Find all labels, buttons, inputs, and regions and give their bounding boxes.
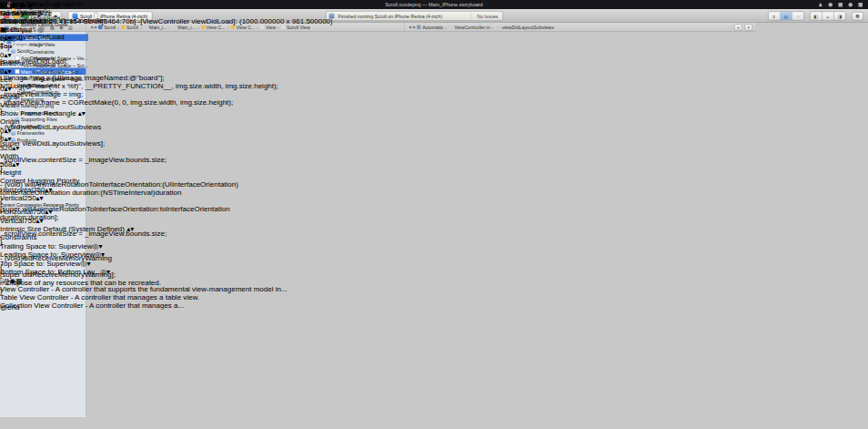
library-item-view-controller[interactable]: View Controller - A controller that supp…: [0, 285, 288, 293]
stepper-icon[interactable]: ▴▾: [12, 160, 19, 169]
stepper-icon[interactable]: ▴▾: [4, 127, 11, 135]
continue-icon[interactable]: ▶: [21, 0, 26, 9]
constraint-edit-button[interactable]: ◎▾: [100, 268, 110, 276]
vertical-priority-field[interactable]: 250▴▾: [24, 194, 43, 202]
show-dropdown[interactable]: Frame Rectangle ▴▾: [20, 109, 86, 117]
menubar-status-icon[interactable]: [859, 3, 863, 7]
stepper-icon[interactable]: ▴▾: [36, 194, 44, 202]
organizer-button[interactable]: ▦: [852, 12, 863, 21]
toggle-debug-area-icon[interactable]: ◒: [823, 12, 834, 20]
back-button[interactable]: ◀: [409, 26, 411, 30]
constraint-row[interactable]: Top Space to: Superview◎▾: [0, 259, 288, 268]
constraint-row[interactable]: Bottom Space to: Bottom Lay...◎▾: [0, 268, 288, 277]
intrinsic-size-dropdown[interactable]: Default (System Defined) ▴▾: [44, 225, 135, 233]
section-title: Content Hugging Priority: [0, 177, 288, 185]
origin-label: Origin: [0, 117, 288, 126]
library-item-title: Collection View Controller: [0, 301, 83, 310]
chevron-down-icon: ▾: [106, 268, 110, 276]
jumpbar-item-viewdidlayoutsubviews[interactable]: -viewDidLayoutSubviews: [495, 25, 553, 30]
activity-viewer: Finished running Scroll on iPhone Retina…: [326, 11, 503, 21]
standard-editor-icon[interactable]: ≡: [769, 12, 781, 20]
console-filter-popup[interactable]: All Output ▾: [0, 26, 37, 34]
stepper-icon[interactable]: ▴▾: [4, 67, 11, 76]
size-inspector: Scroll View Size Scroll Indicators Inset…: [0, 9, 288, 277]
inset-top-field[interactable]: 0▴▾: [0, 34, 288, 43]
section-title: View: [0, 101, 288, 109]
step-out-icon[interactable]: ↑: [46, 0, 50, 9]
frame-fields: 0▴▾0▴▾320▴▾Width568▴▾Height: [0, 126, 288, 177]
constraint-label: Bottom Space to: Bottom Lay...: [0, 268, 100, 276]
object-library-list: View Controller - A controller that supp…: [0, 285, 288, 310]
height-field[interactable]: 568▴▾: [0, 160, 288, 169]
toggle-navigator-icon[interactable]: ◧: [811, 12, 823, 20]
dropdown-arrows-icon: ▴▾: [126, 225, 134, 233]
utilities-panel: □?▣≡▭◉ Scroll View Size Scroll Indicator…: [0, 0, 288, 310]
inset-bottom-field[interactable]: 0▴▾: [0, 50, 288, 59]
forward-button[interactable]: ▶: [413, 26, 416, 30]
toolbar-right-controls: ≡◎◔ ◧◒◨ ▦: [768, 12, 863, 21]
media-library-icon[interactable]: ▦: [15, 277, 23, 285]
menubar-status-icon[interactable]: [819, 3, 823, 7]
issues-status: No Issues: [472, 14, 503, 19]
chevron-down-icon: ▾: [101, 250, 105, 259]
constraint-edit-button[interactable]: ◎▾: [81, 260, 91, 268]
stepper-icon[interactable]: ▴▾: [4, 135, 11, 143]
debug-bar: ◧◆▶»↓↑◎ No Selection: [0, 0, 333, 17]
chevron-down-icon: ▾: [86, 260, 90, 268]
width-field[interactable]: 320▴▾: [0, 143, 288, 152]
stepper-icon[interactable]: ▴▾: [45, 186, 52, 194]
x-field[interactable]: 0▴▾: [0, 126, 288, 135]
library-item-title: Table View Controller: [0, 293, 68, 301]
stepper-icon[interactable]: ▴▾: [45, 208, 52, 216]
constraint-label: Leading Space to: Superview: [0, 250, 95, 259]
jumpbar-item-viewcontroller-m[interactable]: ViewController.m: [449, 25, 490, 30]
gear-icon: ◎: [81, 260, 87, 268]
jumpbar-item-automatic[interactable]: Automatic: [417, 25, 443, 30]
stepper-icon[interactable]: ▴▾: [12, 144, 19, 152]
chevron-down-icon: ▾: [99, 242, 103, 250]
toggle-utilities-icon[interactable]: ◨: [834, 12, 846, 20]
breakpoint-toggle-icon[interactable]: ◆: [11, 0, 16, 9]
chevron-down-icon: ▾: [34, 29, 35, 33]
add-assistant-editor-button[interactable]: +: [734, 24, 742, 30]
gear-icon: ◎: [95, 250, 101, 259]
constraint-edit-button[interactable]: ◎▾: [95, 250, 105, 259]
vertical-priority-field[interactable]: 750▴▾: [24, 217, 43, 225]
step-into-icon[interactable]: ↓: [38, 0, 42, 9]
y-field[interactable]: 0▴▾: [0, 135, 288, 144]
jumpbar-separator: ›: [492, 25, 494, 30]
constraint-edit-button[interactable]: ◎▾: [93, 242, 103, 250]
horizontal-priority-field[interactable]: 250▴▾: [33, 186, 52, 194]
close-assistant-editor-button[interactable]: ×: [745, 24, 753, 30]
inset-left-field[interactable]: 0▴▾: [0, 67, 288, 77]
library-item-collection-view-controller[interactable]: Collection View Controller - A controlle…: [0, 301, 288, 310]
library-item-table-view-controller[interactable]: Table View Controller - A controller tha…: [0, 293, 288, 301]
dropdown-arrows-icon: ▴▾: [78, 109, 86, 117]
simulate-location-icon[interactable]: ◎: [54, 0, 60, 9]
step-over-icon[interactable]: »: [30, 0, 34, 9]
menubar-status-icon[interactable]: [839, 3, 843, 7]
console-settings-icon[interactable]: ◎: [37, 26, 44, 34]
stepper-icon[interactable]: ▴▾: [4, 51, 11, 59]
stepper-icon[interactable]: ▴▾: [4, 85, 11, 93]
inset-right-field[interactable]: 0▴▾: [0, 84, 288, 93]
horizontal-priority-field[interactable]: 750▴▾: [33, 208, 52, 216]
constraint-label: Top Space to: Superview: [0, 260, 81, 268]
stepper-icon[interactable]: ▴▾: [4, 34, 11, 42]
xcode-window: Scroll.xcodeproj — Main_iPhone.storyboar…: [0, 0, 868, 429]
assistant-editor-icon[interactable]: ◎: [781, 12, 792, 20]
hide-debug-area-icon[interactable]: ◧: [0, 0, 7, 9]
library-item-description: - A controller that manages a table view…: [68, 293, 199, 301]
menubar-status-icon[interactable]: [849, 3, 853, 7]
menubar-status-icon[interactable]: [829, 3, 833, 7]
library-item-description: - A controller that manages a...: [83, 301, 184, 310]
console-output[interactable]: 2014-02-19 11:29:41.154 Scroll[3464:70b]…: [0, 17, 333, 26]
stepper-icon[interactable]: ▴▾: [36, 217, 44, 225]
constraint-row[interactable]: Leading Space to: Superview◎▾: [0, 250, 288, 260]
constraint-row[interactable]: Trailing Space to: Superview◎▾: [0, 241, 288, 250]
gear-icon: ◎: [93, 242, 99, 250]
version-editor-icon[interactable]: ◔: [792, 12, 804, 20]
library-pane: □{}◉▦ View Controller - A controller tha…: [0, 276, 288, 310]
activity-status: Finished running Scroll on iPhone Retina…: [335, 14, 472, 19]
organizer-icon: ▦: [855, 14, 859, 18]
